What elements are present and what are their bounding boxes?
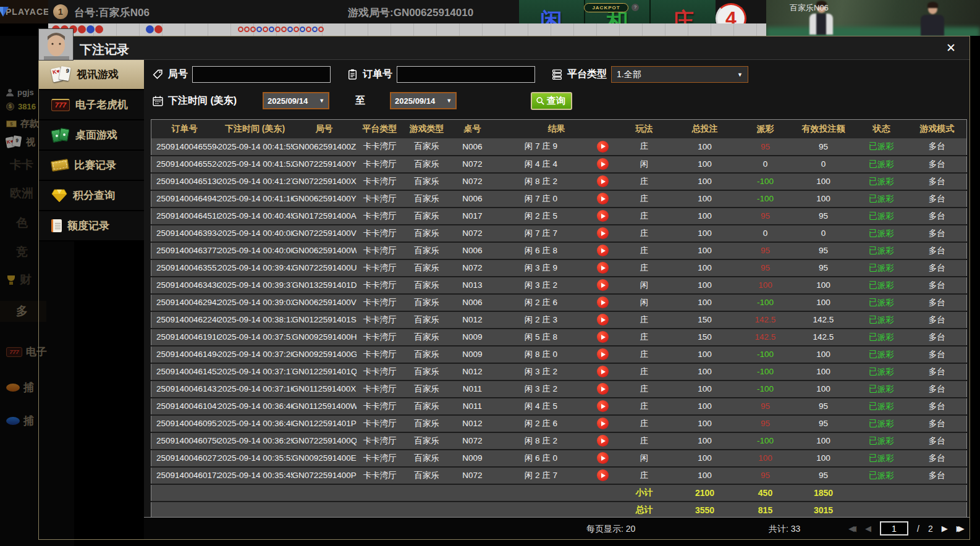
play-button[interactable] (597, 400, 609, 412)
play-button[interactable] (597, 141, 609, 153)
table-row: 2509140046224022025-09-14 00:38:13GN0122… (151, 311, 967, 329)
menu-item-video-games[interactable]: K♥9 视讯游戏 (39, 60, 144, 90)
column-header: 下注时间 (美东) (218, 120, 292, 138)
cell-replay (588, 190, 619, 208)
road-marker (275, 27, 281, 32)
cell-valid: 100 (792, 173, 856, 190)
bet-zone-banker[interactable]: 庄 (651, 0, 716, 23)
prev-page-icon[interactable]: ◀ (865, 524, 871, 533)
menu-item-points-query[interactable]: 积分查询 (39, 181, 144, 211)
cell-order: 250914004639349 (151, 225, 218, 242)
total-pages: 2 (928, 524, 933, 534)
bet-records-table: 订单号下注时间 (美东)局号平台类型游戏类型桌号结果玩法总投注派彩有效投注额状态… (151, 119, 967, 519)
play-button[interactable] (597, 418, 609, 429)
game-topbar: 1 台号:百家乐N06 游戏局号:GN00625914010 闲 和 庄 JAC… (48, 0, 766, 23)
green-cards-icon (51, 128, 70, 143)
subtotal-row: 小计21004501850 (151, 484, 967, 502)
play-button[interactable] (597, 210, 609, 222)
cell-result: 闲 2 庄 3 (495, 311, 588, 329)
cell-table: N006 (450, 294, 495, 311)
next-page-icon[interactable]: ▶ (942, 524, 948, 533)
last-page-icon[interactable]: ▶▶ (957, 524, 965, 533)
play-button[interactable] (597, 245, 609, 256)
play-button[interactable] (597, 331, 609, 343)
play-button[interactable] (597, 314, 609, 326)
cell-table: N012 (450, 415, 495, 432)
play-button[interactable] (597, 383, 609, 395)
jackpot-badge: JACKPOT (584, 3, 628, 12)
cell-bet: 100 (670, 380, 740, 398)
cell-bet: 100 (670, 277, 740, 294)
play-button[interactable] (597, 366, 609, 377)
cell-result: 闲 2 庄 7 (495, 467, 588, 484)
road-marker (256, 27, 262, 32)
play-button[interactable] (597, 158, 609, 170)
close-icon[interactable]: ✕ (946, 41, 956, 55)
page-number-input[interactable] (880, 521, 908, 536)
column-header: 结果 (495, 120, 619, 138)
cell-round: GN0122591401Q (292, 363, 357, 380)
first-page-icon[interactable]: ◀◀ (848, 524, 856, 533)
sum-spacer (856, 502, 967, 519)
bead-marker (78, 25, 86, 33)
cell-mode: 多台 (908, 173, 967, 190)
cell-bet: 150 (670, 311, 740, 329)
cell-mode: 多台 (908, 329, 967, 346)
jackpot-help-icon[interactable]: ? (632, 4, 639, 11)
cell-result: 闲 7 庄 7 (495, 225, 588, 242)
play-button[interactable] (597, 279, 609, 291)
dealer-figure (921, 4, 944, 36)
play-button[interactable] (597, 262, 609, 274)
cell-round: GN0092591400H (292, 329, 357, 346)
cell-platform: 卡卡湾厅 (357, 363, 403, 380)
date-from-select[interactable]: 2025/09/14 ▼ (263, 92, 329, 109)
table-row: 2509140046027192025-09-14 00:35:53GN0092… (151, 450, 967, 467)
road-marker (281, 27, 287, 32)
cell-replay (588, 242, 619, 259)
play-button[interactable] (597, 469, 609, 481)
table-row: 2509140046104122025-09-14 00:36:46GN0112… (151, 398, 967, 415)
cell-mode: 多台 (908, 363, 967, 380)
cell-status: 已派彩 (856, 138, 908, 156)
cell-game: 百家乐 (403, 173, 450, 190)
cell-table: N072 (450, 156, 495, 173)
play-button[interactable] (597, 227, 609, 239)
playace-logo-text: PLAYACE (6, 7, 49, 17)
bet-zone-player[interactable]: 闲 (519, 0, 584, 23)
menu-item-slots[interactable]: 777 电子老虎机 (39, 90, 144, 120)
play-button[interactable] (597, 175, 609, 187)
play-button[interactable] (597, 435, 609, 447)
search-button[interactable]: 查询 (531, 92, 572, 110)
cell-platform: 卡卡湾厅 (357, 311, 403, 329)
menu-item-table-games[interactable]: 桌面游戏 (39, 120, 144, 151)
platform-select[interactable]: 1.全部 ▼ (611, 66, 748, 83)
order-input[interactable] (397, 66, 535, 83)
cell-game: 百家乐 (403, 398, 450, 415)
cell-play: 庄 (619, 380, 670, 398)
play-button[interactable] (597, 296, 609, 308)
menu-item-match-records[interactable]: 比赛记录 (39, 151, 144, 181)
bead-marker (87, 25, 95, 33)
sum-valid: 3015 (792, 502, 856, 519)
modal-title: 下注记录 (80, 41, 129, 58)
date-to-select[interactable]: 2025/09/14 ▼ (390, 92, 457, 109)
column-header: 平台类型 (357, 120, 403, 138)
cell-status: 已派彩 (856, 329, 908, 346)
cell-order: 250914004619161 (151, 329, 218, 346)
sum-valid: 1850 (792, 484, 856, 502)
cell-replay (588, 225, 619, 242)
cell-round: GN0092591400G (292, 346, 357, 363)
cell-round: GN0112591400X (292, 380, 357, 398)
cell-mode: 多台 (908, 346, 967, 363)
cell-result: 闲 5 庄 8 (495, 329, 588, 346)
cell-round: GN0722591400U (292, 259, 357, 277)
play-button[interactable] (597, 193, 609, 204)
round-input[interactable] (192, 66, 331, 83)
table-row: 2509140046075062025-09-14 00:36:29GN0722… (151, 432, 967, 450)
cell-status: 已派彩 (856, 363, 908, 380)
menu-item-credit-records[interactable]: 额度记录 (39, 211, 144, 242)
cell-valid: 100 (792, 380, 856, 398)
play-button[interactable] (597, 452, 609, 464)
document-icon (51, 219, 62, 232)
play-button[interactable] (597, 348, 609, 360)
